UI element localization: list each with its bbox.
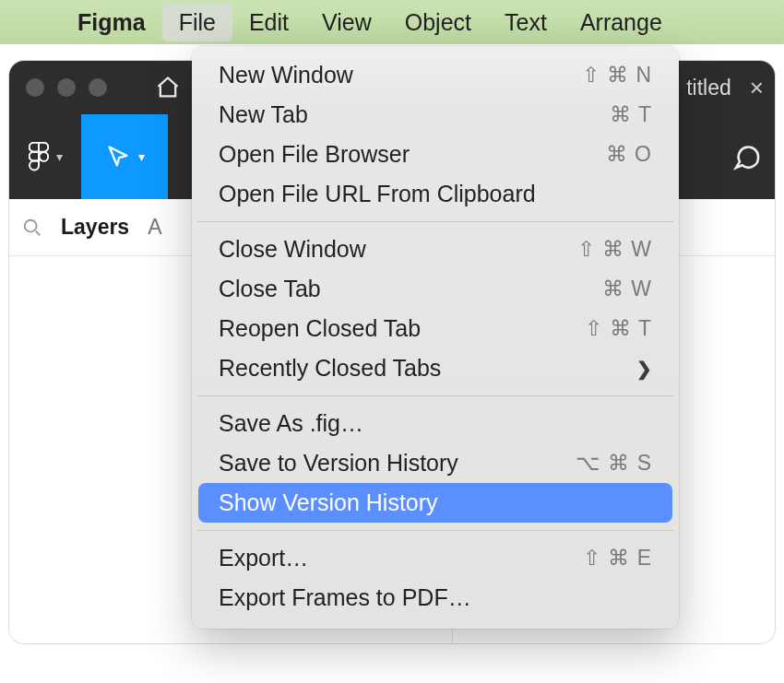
traffic-lights	[26, 78, 107, 97]
menu-separator	[197, 395, 673, 396]
menu-reopen-closed-tab[interactable]: Reopen Closed Tab ⇧ ⌘ T	[198, 309, 672, 348]
menu-shortcut: ⌘ W	[602, 277, 652, 301]
figma-menu-button[interactable]: ▾	[9, 114, 81, 199]
menubar-text[interactable]: Text	[488, 4, 564, 41]
window-zoom-button[interactable]	[89, 78, 107, 97]
menubar-view[interactable]: View	[305, 4, 388, 41]
menu-label: New Tab	[219, 101, 308, 128]
menu-label: Show Version History	[219, 489, 438, 516]
menu-shortcut: ⌘ T	[610, 102, 652, 127]
macos-menubar: Figma File Edit View Object Text Arrange	[0, 0, 784, 44]
menubar-file[interactable]: File	[162, 4, 232, 41]
sidebar-tab-assets[interactable]: A	[148, 215, 161, 240]
tab-strip-right: titled ×	[686, 61, 764, 114]
menu-new-tab[interactable]: New Tab ⌘ T	[198, 95, 672, 135]
home-icon[interactable]	[155, 75, 181, 100]
menu-separator	[197, 221, 673, 222]
search-icon[interactable]	[22, 218, 42, 238]
menu-label: Open File URL From Clipboard	[219, 181, 536, 207]
menu-shortcut: ⇧ ⌘ W	[577, 237, 653, 262]
menu-open-file-browser[interactable]: Open File Browser ⌘ O	[198, 135, 672, 174]
menu-label: New Window	[219, 62, 353, 88]
comment-icon[interactable]	[732, 142, 762, 171]
chevron-right-icon: ❯	[636, 358, 652, 380]
sidebar-tab-layers[interactable]: Layers	[61, 215, 129, 240]
menu-export-frames-pdf[interactable]: Export Frames to PDF…	[198, 578, 672, 618]
menu-label: Export…	[219, 545, 308, 571]
menu-separator	[197, 530, 673, 531]
menubar-app[interactable]: Figma	[61, 4, 162, 41]
menu-shortcut: ⌘ O	[606, 142, 652, 167]
toolbar-right	[732, 114, 762, 199]
menu-shortcut: ⌥ ⌘ S	[576, 451, 652, 476]
menu-label: Close Window	[219, 236, 366, 263]
menu-label: Recently Closed Tabs	[219, 355, 441, 382]
menubar-arrange[interactable]: Arrange	[564, 4, 679, 41]
menu-shortcut: ⇧ ⌘ N	[582, 63, 652, 88]
menu-shortcut: ⇧ ⌘ E	[583, 546, 652, 571]
menu-shortcut: ⇧ ⌘ T	[585, 316, 652, 341]
menu-label: Close Tab	[219, 276, 321, 302]
chevron-down-icon: ▾	[56, 149, 63, 164]
menubar-edit[interactable]: Edit	[232, 4, 305, 41]
window-close-button[interactable]	[26, 78, 44, 97]
menu-open-url-clipboard[interactable]: Open File URL From Clipboard	[198, 174, 672, 214]
menu-label: Save As .fig…	[219, 410, 363, 437]
menu-export[interactable]: Export… ⇧ ⌘ E	[198, 538, 672, 578]
svg-point-0	[39, 152, 48, 161]
menu-new-window[interactable]: New Window ⇧ ⌘ N	[198, 55, 672, 95]
move-tool-button[interactable]: ▾	[81, 114, 168, 199]
menu-show-version-history[interactable]: Show Version History	[198, 483, 672, 523]
menu-label: Reopen Closed Tab	[219, 315, 421, 342]
svg-point-1	[25, 219, 37, 231]
menu-recently-closed-tabs[interactable]: Recently Closed Tabs ❯	[198, 348, 672, 388]
menu-label: Open File Browser	[219, 141, 410, 168]
menu-save-as-fig[interactable]: Save As .fig…	[198, 404, 672, 443]
menu-save-version-history[interactable]: Save to Version History ⌥ ⌘ S	[198, 443, 672, 483]
menu-label: Save to Version History	[219, 450, 458, 477]
file-menu-dropdown: New Window ⇧ ⌘ N New Tab ⌘ T Open File B…	[192, 46, 679, 629]
window-minimize-button[interactable]	[57, 78, 76, 97]
menu-label: Export Frames to PDF…	[219, 584, 471, 611]
tab-close-icon[interactable]: ×	[750, 74, 764, 102]
menu-close-window[interactable]: Close Window ⇧ ⌘ W	[198, 230, 672, 269]
chevron-down-icon: ▾	[138, 149, 145, 164]
tab-title[interactable]: titled	[686, 76, 731, 100]
menu-close-tab[interactable]: Close Tab ⌘ W	[198, 269, 672, 309]
menubar-object[interactable]: Object	[388, 4, 488, 41]
